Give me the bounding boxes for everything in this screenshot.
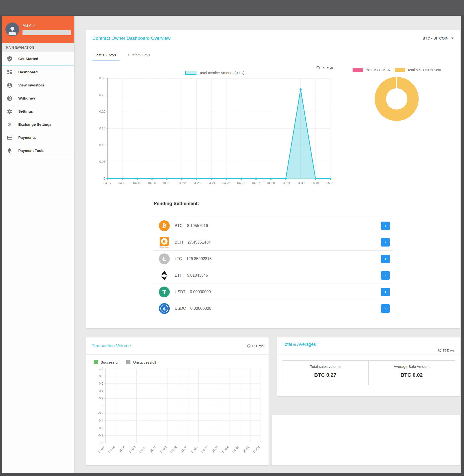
settle-arrow-button[interactable] xyxy=(381,271,390,280)
sidebar-item-exchange-settings[interactable]: $Exchange Settings xyxy=(2,118,74,131)
sidebar-item-get-started[interactable]: Get Started xyxy=(2,52,74,65)
svg-text:05-02: 05-02 xyxy=(253,445,261,454)
pending-settlement-list: ₿BTC8.19557916₿BitcoinCashBCH27.45351434… xyxy=(154,217,393,317)
page: Md Arif MAIN NAVIGATION Get StartedDashb… xyxy=(2,16,461,473)
settle-arrow-button[interactable] xyxy=(381,304,390,313)
currency-selector[interactable]: BTC - BITCOIN xyxy=(423,36,454,40)
sidebar-item-settings[interactable]: Settings xyxy=(2,105,74,118)
sidebar-nav: Get StartedDashboardView InvestorsWithdr… xyxy=(2,52,74,157)
dollar-icon: $ xyxy=(7,122,13,127)
chevron-right-icon xyxy=(383,290,388,294)
person-icon xyxy=(7,25,18,36)
invoice-chart-block: 15 Days Total Invoice Amount (BTC) 00.05… xyxy=(86,66,333,188)
settle-arrow-button[interactable] xyxy=(381,222,390,230)
chevron-right-icon xyxy=(383,273,388,278)
svg-text:04-26: 04-26 xyxy=(237,181,245,185)
sidebar-item-label: Withdraw xyxy=(18,96,35,100)
dashboard-icon xyxy=(7,69,13,75)
svg-text:04-28: 04-28 xyxy=(267,181,275,185)
transaction-volume-title: Transaction Volume xyxy=(92,343,131,349)
user-name: Md Arif xyxy=(22,23,71,28)
credit-card-icon xyxy=(7,135,13,141)
svg-text:04-19: 04-19 xyxy=(133,181,141,185)
donut-legend-item: Total MYTOKEN xyxy=(353,68,390,72)
settle-arrow-button[interactable] xyxy=(381,255,390,263)
sidebar-item-view-investors[interactable]: View Investors xyxy=(2,79,74,92)
chevron-right-icon xyxy=(383,306,388,311)
sidebar-item-label: View Investors xyxy=(18,83,44,87)
svg-text:-0.2: -0.2 xyxy=(98,412,103,415)
invoice-area-chart: 00.050.100.150.200.250.3004-1704-1804-19… xyxy=(96,76,333,188)
svg-text:04-25: 04-25 xyxy=(180,445,188,454)
donut-legend: Total MYTOKENTotal MYTOKEN Sent xyxy=(333,68,460,72)
coin-amount: 27.45351434 xyxy=(188,240,381,245)
average-sale-amount-cell: Average Sale Amount BTC 0.02 xyxy=(368,361,455,385)
clock-icon xyxy=(247,344,251,348)
svg-text:1.0: 1.0 xyxy=(99,367,103,371)
sidebar-item-label: Settings xyxy=(18,109,33,113)
svg-text:0.30: 0.30 xyxy=(99,77,105,80)
svg-text:04-20: 04-20 xyxy=(128,445,136,454)
settle-arrow-button[interactable] xyxy=(381,288,390,296)
sidebar-item-dashboard[interactable]: Dashboard xyxy=(2,65,74,79)
ltc-icon: Ł xyxy=(158,253,171,264)
empty-panel xyxy=(271,415,460,466)
svg-text:04-30: 04-30 xyxy=(232,445,240,454)
tab-last-15-days[interactable]: Last 15 Days xyxy=(94,53,116,61)
chevron-right-icon xyxy=(383,223,388,228)
sidebar-item-withdraw[interactable]: Withdraw xyxy=(2,92,74,105)
sidebar-item-label: Dashboard xyxy=(18,70,38,74)
sidebar-item-label: Get Started xyxy=(18,57,38,61)
coin-symbol: LTC xyxy=(175,257,182,261)
invoice-chart-legend: Total Invoice Amount (BTC) xyxy=(96,71,333,75)
donut-legend-swatch xyxy=(353,68,363,72)
clock-icon xyxy=(438,349,442,352)
svg-text:04-21: 04-21 xyxy=(163,181,171,185)
sidebar-item-label: Payment Tools xyxy=(18,148,44,153)
svg-text:0: 0 xyxy=(104,177,105,180)
nav-section-label: MAIN NAVIGATION xyxy=(2,43,74,52)
svg-text:04-21: 04-21 xyxy=(139,445,147,454)
coin-symbol: USDT xyxy=(175,290,186,294)
tab-custom-days[interactable]: Custom Days xyxy=(128,53,150,61)
overview-header: Contract Owner Dashboard Overview BTC - … xyxy=(86,30,460,46)
eth-icon xyxy=(158,270,171,280)
tabs: Last 15 Days Custom Days xyxy=(94,53,332,61)
coin-symbol: ETH xyxy=(175,273,183,278)
sidebar-item-payment-tools[interactable]: Payment Tools xyxy=(2,144,74,157)
sidebar-item-label: Exchange Settings xyxy=(18,122,51,126)
dollar-circle-icon xyxy=(7,95,13,101)
page-title: Contract Owner Dashboard Overview xyxy=(92,36,170,41)
sidebar-item-payments[interactable]: Payments xyxy=(2,131,74,144)
coin-symbol: USDC xyxy=(175,306,186,311)
transaction-volume-header: Transaction Volume 15 Days xyxy=(86,337,269,355)
volume-legend-swatch xyxy=(94,360,98,364)
pending-row-usdt: ₮USDT0.00000000 xyxy=(154,284,393,300)
gear-icon xyxy=(7,108,13,114)
right-column: Total & Averages 15 Days Total sales vol… xyxy=(277,337,460,466)
chevron-right-icon xyxy=(383,256,388,261)
totals-title: Total & Averages xyxy=(283,342,455,347)
svg-text:-0.6: -0.6 xyxy=(98,426,103,430)
totals-table: Total sales volume BTC 0.27 Average Sale… xyxy=(282,360,455,385)
svg-text:04-24: 04-24 xyxy=(208,181,215,185)
svg-text:0.4: 0.4 xyxy=(99,389,103,393)
svg-text:0.20: 0.20 xyxy=(99,110,105,113)
pending-row-ltc: ŁLTC126.85902815 xyxy=(154,250,393,267)
charts-row: 15 Days Total Invoice Amount (BTC) 00.05… xyxy=(86,66,460,188)
totals-card: Total & Averages 15 Days Total sales vol… xyxy=(277,337,460,396)
svg-text:04-28: 04-28 xyxy=(211,445,219,454)
mytoken-donut-block: Total MYTOKENTotal MYTOKEN Sent xyxy=(333,66,460,188)
coin-amount: 5.01043545 xyxy=(187,273,381,278)
volume-legend: SuccessfullUnsuccessfull xyxy=(94,360,269,364)
period-badge: 15 Days xyxy=(316,66,333,70)
svg-text:04-24: 04-24 xyxy=(170,445,178,454)
person-icon xyxy=(7,82,13,88)
user-panel[interactable]: Md Arif xyxy=(2,16,74,43)
settle-arrow-button[interactable] xyxy=(381,238,390,247)
svg-text:0.10: 0.10 xyxy=(99,144,105,147)
svg-text:04-22: 04-22 xyxy=(149,445,157,454)
svg-text:04-20: 04-20 xyxy=(148,181,156,185)
coin-symbol: BTC xyxy=(175,224,183,228)
svg-text:0.05: 0.05 xyxy=(99,160,105,164)
